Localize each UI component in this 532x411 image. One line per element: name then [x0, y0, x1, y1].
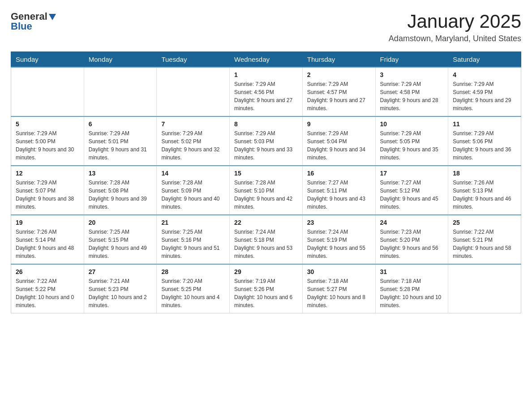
day-info: Sunrise: 7:29 AM Sunset: 5:05 PM Dayligh…	[380, 129, 444, 162]
calendar-cell: 21Sunrise: 7:25 AM Sunset: 5:16 PM Dayli…	[157, 215, 230, 264]
calendar-week-row: 19Sunrise: 7:26 AM Sunset: 5:14 PM Dayli…	[11, 215, 521, 264]
day-number: 19	[16, 219, 79, 226]
title-block: January 2025 Adamstown, Maryland, United…	[389, 11, 521, 43]
day-number: 23	[307, 219, 371, 226]
day-info: Sunrise: 7:26 AM Sunset: 5:14 PM Dayligh…	[16, 228, 79, 260]
calendar-cell: 12Sunrise: 7:29 AM Sunset: 5:07 PM Dayli…	[11, 166, 84, 215]
day-info: Sunrise: 7:29 AM Sunset: 4:58 PM Dayligh…	[380, 80, 444, 112]
day-number: 18	[453, 170, 516, 177]
day-info: Sunrise: 7:27 AM Sunset: 5:11 PM Dayligh…	[307, 179, 371, 211]
calendar-cell: 7Sunrise: 7:29 AM Sunset: 5:02 PM Daylig…	[157, 116, 230, 166]
weekday-header-sunday: Sunday	[11, 52, 84, 68]
calendar-title: January 2025	[389, 11, 521, 32]
calendar-cell: 2Sunrise: 7:29 AM Sunset: 4:57 PM Daylig…	[302, 67, 375, 116]
day-number: 22	[234, 219, 298, 226]
day-info: Sunrise: 7:29 AM Sunset: 4:59 PM Dayligh…	[453, 80, 516, 112]
day-number: 9	[307, 120, 371, 128]
day-number: 30	[307, 268, 371, 275]
day-number: 12	[16, 170, 79, 177]
calendar-cell: 14Sunrise: 7:28 AM Sunset: 5:09 PM Dayli…	[157, 166, 230, 215]
day-number: 28	[161, 268, 225, 275]
calendar-cell: 13Sunrise: 7:28 AM Sunset: 5:08 PM Dayli…	[84, 166, 157, 215]
weekday-header-thursday: Thursday	[302, 52, 375, 68]
day-info: Sunrise: 7:20 AM Sunset: 5:25 PM Dayligh…	[161, 277, 225, 309]
calendar-cell	[84, 67, 157, 116]
calendar-cell: 16Sunrise: 7:27 AM Sunset: 5:11 PM Dayli…	[302, 166, 375, 215]
calendar-week-row: 26Sunrise: 7:22 AM Sunset: 5:22 PM Dayli…	[11, 264, 521, 313]
day-info: Sunrise: 7:29 AM Sunset: 5:02 PM Dayligh…	[161, 129, 225, 162]
day-number: 14	[161, 170, 225, 177]
day-number: 7	[161, 120, 225, 128]
day-info: Sunrise: 7:28 AM Sunset: 5:10 PM Dayligh…	[234, 179, 298, 211]
calendar-cell: 22Sunrise: 7:24 AM Sunset: 5:18 PM Dayli…	[230, 215, 303, 264]
day-info: Sunrise: 7:24 AM Sunset: 5:18 PM Dayligh…	[234, 228, 298, 260]
calendar-week-row: 1Sunrise: 7:29 AM Sunset: 4:56 PM Daylig…	[11, 67, 521, 116]
day-info: Sunrise: 7:22 AM Sunset: 5:22 PM Dayligh…	[16, 277, 79, 309]
logo: General Blue	[11, 11, 56, 32]
calendar-cell: 20Sunrise: 7:25 AM Sunset: 5:15 PM Dayli…	[84, 215, 157, 264]
calendar-cell: 24Sunrise: 7:23 AM Sunset: 5:20 PM Dayli…	[375, 215, 448, 264]
day-number: 27	[89, 268, 152, 275]
calendar-cell: 17Sunrise: 7:27 AM Sunset: 5:12 PM Dayli…	[375, 166, 448, 215]
calendar-cell: 5Sunrise: 7:29 AM Sunset: 5:00 PM Daylig…	[11, 116, 84, 166]
day-info: Sunrise: 7:18 AM Sunset: 5:28 PM Dayligh…	[380, 277, 444, 309]
day-number: 2	[307, 71, 371, 78]
day-info: Sunrise: 7:29 AM Sunset: 5:04 PM Dayligh…	[307, 129, 371, 162]
calendar-cell: 9Sunrise: 7:29 AM Sunset: 5:04 PM Daylig…	[302, 116, 375, 166]
calendar-cell: 28Sunrise: 7:20 AM Sunset: 5:25 PM Dayli…	[157, 264, 230, 313]
day-info: Sunrise: 7:29 AM Sunset: 5:00 PM Dayligh…	[16, 129, 79, 162]
day-number: 11	[453, 120, 516, 128]
day-number: 8	[234, 120, 298, 128]
calendar-cell: 27Sunrise: 7:21 AM Sunset: 5:23 PM Dayli…	[84, 264, 157, 313]
day-info: Sunrise: 7:29 AM Sunset: 4:56 PM Dayligh…	[234, 80, 298, 112]
day-info: Sunrise: 7:29 AM Sunset: 5:06 PM Dayligh…	[453, 129, 516, 162]
day-number: 13	[89, 170, 152, 177]
calendar-cell: 15Sunrise: 7:28 AM Sunset: 5:10 PM Dayli…	[230, 166, 303, 215]
day-number: 3	[380, 71, 444, 78]
calendar-cell: 23Sunrise: 7:24 AM Sunset: 5:19 PM Dayli…	[302, 215, 375, 264]
day-number: 31	[380, 268, 444, 275]
page-header: General Blue January 2025 Adamstown, Mar…	[11, 11, 521, 43]
calendar-cell: 1Sunrise: 7:29 AM Sunset: 4:56 PM Daylig…	[230, 67, 303, 116]
day-number: 26	[16, 268, 79, 275]
day-number: 5	[16, 120, 79, 128]
day-info: Sunrise: 7:23 AM Sunset: 5:20 PM Dayligh…	[380, 228, 444, 260]
weekday-header-row: SundayMondayTuesdayWednesdayThursdayFrid…	[11, 52, 521, 68]
weekday-header-friday: Friday	[375, 52, 448, 68]
calendar-subtitle: Adamstown, Maryland, United States	[389, 34, 521, 43]
day-info: Sunrise: 7:29 AM Sunset: 5:01 PM Dayligh…	[89, 129, 152, 162]
calendar-cell: 11Sunrise: 7:29 AM Sunset: 5:06 PM Dayli…	[448, 116, 521, 166]
calendar-cell	[157, 67, 230, 116]
svg-marker-0	[49, 14, 56, 20]
day-number: 15	[234, 170, 298, 177]
calendar-cell: 30Sunrise: 7:18 AM Sunset: 5:27 PM Dayli…	[302, 264, 375, 313]
calendar-cell	[11, 67, 84, 116]
calendar-cell: 8Sunrise: 7:29 AM Sunset: 5:03 PM Daylig…	[230, 116, 303, 166]
calendar-cell: 10Sunrise: 7:29 AM Sunset: 5:05 PM Dayli…	[375, 116, 448, 166]
calendar-cell	[448, 264, 521, 313]
day-info: Sunrise: 7:21 AM Sunset: 5:23 PM Dayligh…	[89, 277, 152, 309]
day-info: Sunrise: 7:29 AM Sunset: 5:07 PM Dayligh…	[16, 179, 79, 211]
day-info: Sunrise: 7:22 AM Sunset: 5:21 PM Dayligh…	[453, 228, 516, 260]
calendar-cell: 18Sunrise: 7:26 AM Sunset: 5:13 PM Dayli…	[448, 166, 521, 215]
day-number: 17	[380, 170, 444, 177]
day-info: Sunrise: 7:25 AM Sunset: 5:16 PM Dayligh…	[161, 228, 225, 260]
day-info: Sunrise: 7:27 AM Sunset: 5:12 PM Dayligh…	[380, 179, 444, 211]
day-info: Sunrise: 7:25 AM Sunset: 5:15 PM Dayligh…	[89, 228, 152, 260]
day-number: 10	[380, 120, 444, 128]
weekday-header-wednesday: Wednesday	[230, 52, 303, 68]
day-number: 4	[453, 71, 516, 78]
logo-triangle-icon	[48, 13, 56, 21]
calendar-cell: 31Sunrise: 7:18 AM Sunset: 5:28 PM Dayli…	[375, 264, 448, 313]
day-info: Sunrise: 7:18 AM Sunset: 5:27 PM Dayligh…	[307, 277, 371, 309]
calendar-cell: 4Sunrise: 7:29 AM Sunset: 4:59 PM Daylig…	[448, 67, 521, 116]
weekday-header-tuesday: Tuesday	[157, 52, 230, 68]
day-info: Sunrise: 7:24 AM Sunset: 5:19 PM Dayligh…	[307, 228, 371, 260]
calendar-cell: 3Sunrise: 7:29 AM Sunset: 4:58 PM Daylig…	[375, 67, 448, 116]
day-number: 24	[380, 219, 444, 226]
day-number: 21	[161, 219, 225, 226]
day-info: Sunrise: 7:26 AM Sunset: 5:13 PM Dayligh…	[453, 179, 516, 211]
day-number: 16	[307, 170, 371, 177]
day-number: 6	[89, 120, 152, 128]
day-number: 25	[453, 219, 516, 226]
